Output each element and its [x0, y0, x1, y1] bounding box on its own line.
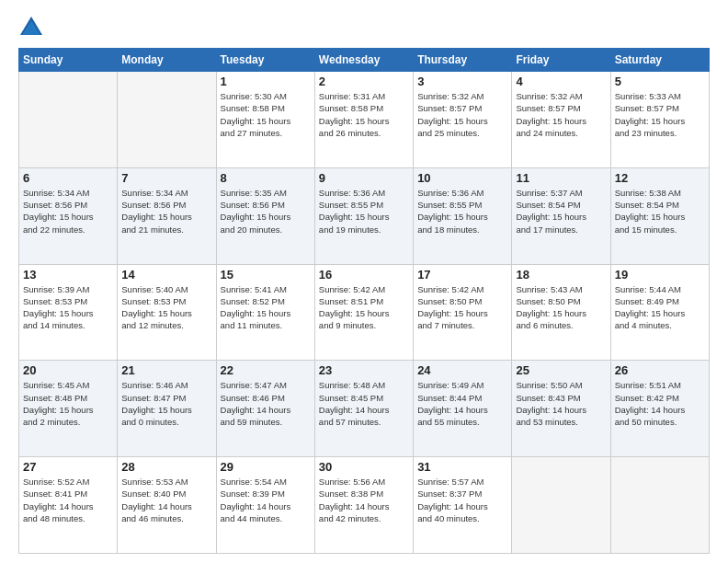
- calendar-cell: 9Sunrise: 5:36 AM Sunset: 8:55 PM Daylig…: [314, 167, 413, 264]
- day-number: 15: [221, 268, 311, 282]
- day-info: Sunrise: 5:38 AM Sunset: 8:54 PM Dayligh…: [615, 187, 705, 236]
- day-info: Sunrise: 5:53 AM Sunset: 8:40 PM Dayligh…: [121, 476, 211, 524]
- day-number: 6: [23, 171, 113, 185]
- day-info: Sunrise: 5:48 AM Sunset: 8:45 PM Dayligh…: [319, 379, 409, 428]
- weekday-header: Tuesday: [216, 49, 314, 72]
- day-number: 10: [417, 171, 507, 185]
- day-number: 28: [121, 460, 211, 474]
- day-info: Sunrise: 5:40 AM Sunset: 8:53 PM Dayligh…: [121, 283, 211, 332]
- calendar-cell: 20Sunrise: 5:45 AM Sunset: 8:48 PM Dayli…: [19, 361, 118, 457]
- day-info: Sunrise: 5:39 AM Sunset: 8:53 PM Dayligh…: [23, 283, 113, 332]
- calendar-cell: 1Sunrise: 5:30 AM Sunset: 8:58 PM Daylig…: [216, 72, 314, 168]
- day-info: Sunrise: 5:31 AM Sunset: 8:58 PM Dayligh…: [319, 90, 409, 139]
- calendar-table: SundayMondayTuesdayWednesdayThursdayFrid…: [18, 48, 710, 554]
- day-number: 8: [221, 171, 311, 185]
- calendar-cell: 5Sunrise: 5:33 AM Sunset: 8:57 PM Daylig…: [610, 72, 709, 168]
- header: [18, 15, 710, 40]
- day-info: Sunrise: 5:54 AM Sunset: 8:39 PM Dayligh…: [221, 476, 311, 524]
- day-info: Sunrise: 5:44 AM Sunset: 8:49 PM Dayligh…: [615, 283, 705, 332]
- day-info: Sunrise: 5:32 AM Sunset: 8:57 PM Dayligh…: [417, 90, 507, 139]
- day-number: 23: [319, 363, 409, 377]
- day-info: Sunrise: 5:45 AM Sunset: 8:48 PM Dayligh…: [23, 379, 113, 428]
- day-info: Sunrise: 5:47 AM Sunset: 8:46 PM Dayligh…: [221, 379, 311, 428]
- calendar-cell: 15Sunrise: 5:41 AM Sunset: 8:52 PM Dayli…: [216, 264, 314, 361]
- page: SundayMondayTuesdayWednesdayThursdayFrid…: [0, 0, 728, 563]
- day-number: 24: [417, 363, 507, 377]
- day-number: 14: [121, 268, 211, 282]
- day-info: Sunrise: 5:42 AM Sunset: 8:51 PM Dayligh…: [319, 283, 409, 332]
- weekday-header: Saturday: [610, 49, 709, 72]
- day-info: Sunrise: 5:57 AM Sunset: 8:37 PM Dayligh…: [417, 476, 507, 524]
- day-number: 25: [516, 363, 606, 377]
- day-info: Sunrise: 5:37 AM Sunset: 8:54 PM Dayligh…: [516, 187, 606, 236]
- day-number: 2: [319, 75, 409, 88]
- day-number: 26: [615, 363, 705, 377]
- day-number: 4: [516, 75, 606, 88]
- day-number: 22: [221, 363, 311, 377]
- calendar-cell: 25Sunrise: 5:50 AM Sunset: 8:43 PM Dayli…: [512, 361, 610, 457]
- day-number: 13: [23, 268, 113, 282]
- day-info: Sunrise: 5:35 AM Sunset: 8:56 PM Dayligh…: [221, 187, 311, 236]
- calendar-week-row: 13Sunrise: 5:39 AM Sunset: 8:53 PM Dayli…: [19, 264, 710, 361]
- day-info: Sunrise: 5:42 AM Sunset: 8:50 PM Dayligh…: [417, 283, 507, 332]
- day-info: Sunrise: 5:34 AM Sunset: 8:56 PM Dayligh…: [121, 187, 211, 236]
- day-info: Sunrise: 5:32 AM Sunset: 8:57 PM Dayligh…: [516, 90, 606, 139]
- calendar-cell: 17Sunrise: 5:42 AM Sunset: 8:50 PM Dayli…: [414, 264, 512, 361]
- calendar-cell: 23Sunrise: 5:48 AM Sunset: 8:45 PM Dayli…: [314, 361, 413, 457]
- calendar-cell: 16Sunrise: 5:42 AM Sunset: 8:51 PM Dayli…: [314, 264, 413, 361]
- day-number: 17: [417, 268, 507, 282]
- calendar-cell: [118, 72, 216, 168]
- calendar-week-row: 27Sunrise: 5:52 AM Sunset: 8:41 PM Dayli…: [19, 457, 710, 554]
- weekday-header-row: SundayMondayTuesdayWednesdayThursdayFrid…: [19, 49, 710, 72]
- day-info: Sunrise: 5:30 AM Sunset: 8:58 PM Dayligh…: [221, 90, 311, 139]
- day-number: 3: [417, 75, 507, 88]
- logo-icon: [18, 15, 44, 40]
- day-info: Sunrise: 5:41 AM Sunset: 8:52 PM Dayligh…: [221, 283, 311, 332]
- calendar-cell: 12Sunrise: 5:38 AM Sunset: 8:54 PM Dayli…: [610, 167, 709, 264]
- day-number: 21: [121, 363, 211, 377]
- calendar-cell: [19, 72, 118, 168]
- calendar-week-row: 1Sunrise: 5:30 AM Sunset: 8:58 PM Daylig…: [19, 72, 710, 168]
- day-number: 5: [615, 75, 705, 88]
- day-number: 19: [615, 268, 705, 282]
- day-number: 9: [319, 171, 409, 185]
- calendar-cell: 7Sunrise: 5:34 AM Sunset: 8:56 PM Daylig…: [118, 167, 216, 264]
- calendar-cell: 18Sunrise: 5:43 AM Sunset: 8:50 PM Dayli…: [512, 264, 610, 361]
- calendar-cell: 24Sunrise: 5:49 AM Sunset: 8:44 PM Dayli…: [414, 361, 512, 457]
- calendar-cell: [512, 457, 610, 554]
- day-number: 16: [319, 268, 409, 282]
- day-info: Sunrise: 5:36 AM Sunset: 8:55 PM Dayligh…: [417, 187, 507, 236]
- day-info: Sunrise: 5:36 AM Sunset: 8:55 PM Dayligh…: [319, 187, 409, 236]
- calendar-cell: 8Sunrise: 5:35 AM Sunset: 8:56 PM Daylig…: [216, 167, 314, 264]
- calendar-cell: 30Sunrise: 5:56 AM Sunset: 8:38 PM Dayli…: [314, 457, 413, 554]
- calendar-cell: 3Sunrise: 5:32 AM Sunset: 8:57 PM Daylig…: [414, 72, 512, 168]
- day-number: 18: [516, 268, 606, 282]
- calendar-cell: [610, 457, 709, 554]
- day-info: Sunrise: 5:51 AM Sunset: 8:42 PM Dayligh…: [615, 379, 705, 428]
- calendar-cell: 26Sunrise: 5:51 AM Sunset: 8:42 PM Dayli…: [610, 361, 709, 457]
- day-info: Sunrise: 5:43 AM Sunset: 8:50 PM Dayligh…: [516, 283, 606, 332]
- weekday-header: Monday: [118, 49, 216, 72]
- day-info: Sunrise: 5:50 AM Sunset: 8:43 PM Dayligh…: [516, 379, 606, 428]
- day-number: 7: [121, 171, 211, 185]
- day-number: 12: [615, 171, 705, 185]
- calendar-cell: 10Sunrise: 5:36 AM Sunset: 8:55 PM Dayli…: [414, 167, 512, 264]
- calendar-cell: 21Sunrise: 5:46 AM Sunset: 8:47 PM Dayli…: [118, 361, 216, 457]
- calendar-week-row: 20Sunrise: 5:45 AM Sunset: 8:48 PM Dayli…: [19, 361, 710, 457]
- weekday-header: Friday: [512, 49, 610, 72]
- day-info: Sunrise: 5:49 AM Sunset: 8:44 PM Dayligh…: [417, 379, 507, 428]
- day-info: Sunrise: 5:56 AM Sunset: 8:38 PM Dayligh…: [319, 476, 409, 524]
- weekday-header: Sunday: [19, 49, 118, 72]
- calendar-cell: 27Sunrise: 5:52 AM Sunset: 8:41 PM Dayli…: [19, 457, 118, 554]
- day-number: 20: [23, 363, 113, 377]
- calendar-cell: 22Sunrise: 5:47 AM Sunset: 8:46 PM Dayli…: [216, 361, 314, 457]
- calendar-cell: 31Sunrise: 5:57 AM Sunset: 8:37 PM Dayli…: [414, 457, 512, 554]
- day-info: Sunrise: 5:33 AM Sunset: 8:57 PM Dayligh…: [615, 90, 705, 139]
- day-number: 11: [516, 171, 606, 185]
- calendar-cell: 6Sunrise: 5:34 AM Sunset: 8:56 PM Daylig…: [19, 167, 118, 264]
- day-info: Sunrise: 5:34 AM Sunset: 8:56 PM Dayligh…: [23, 187, 113, 236]
- calendar-cell: 11Sunrise: 5:37 AM Sunset: 8:54 PM Dayli…: [512, 167, 610, 264]
- logo: [18, 15, 48, 40]
- day-number: 31: [417, 460, 507, 474]
- weekday-header: Wednesday: [314, 49, 413, 72]
